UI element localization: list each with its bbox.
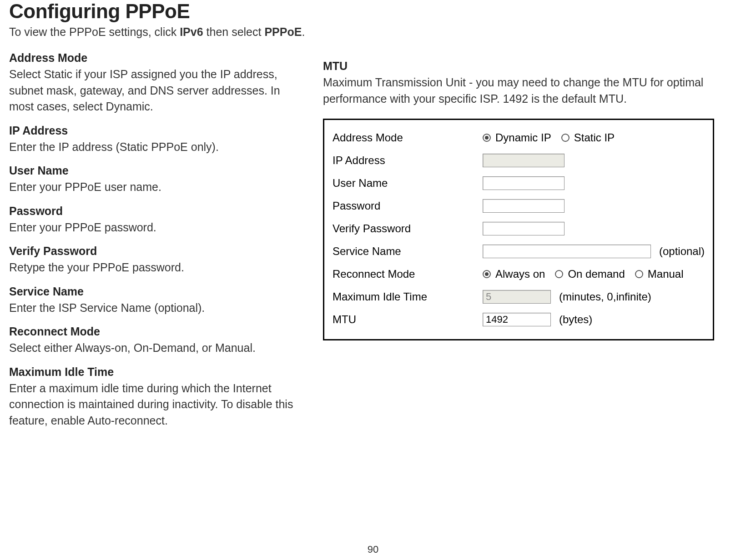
def-verify-password: Verify Password Retype the your PPPoE pa… [9, 245, 296, 276]
radio-static-ip[interactable] [561, 134, 570, 142]
row-user-name: User Name [333, 172, 705, 195]
value-address-mode: Dynamic IP Static IP [483, 131, 621, 144]
def-term: User Name [9, 164, 296, 177]
def-term: Password [9, 205, 296, 218]
page-subtitle: To view the PPPoE settings, click IPv6 t… [9, 25, 737, 39]
def-term: MTU [323, 60, 714, 73]
page-title: Configuring PPPoE [9, 0, 737, 23]
radio-manual[interactable] [635, 270, 643, 278]
def-max-idle-time: Maximum Idle Time Enter a maximum idle t… [9, 365, 296, 429]
def-term: Address Mode [9, 51, 296, 65]
radio-on-demand[interactable] [555, 270, 563, 278]
def-desc: Enter your PPPoE user name. [9, 179, 296, 195]
label-address-mode: Address Mode [333, 131, 483, 144]
def-reconnect-mode: Reconnect Mode Select either Always-on, … [9, 325, 296, 356]
row-ip-address: IP Address [333, 149, 705, 172]
def-desc: Retype the your PPPoE password. [9, 260, 296, 276]
row-mtu: MTU 1492 (bytes) [333, 308, 705, 331]
radio-label-dynamic-ip: Dynamic IP [495, 131, 551, 144]
input-max-idle[interactable]: 5 [483, 290, 551, 304]
radio-label-on-demand: On demand [568, 268, 625, 280]
def-term: Service Name [9, 285, 296, 298]
def-desc: Select Static if your ISP assigned you t… [9, 66, 296, 115]
input-service-name[interactable] [483, 245, 651, 258]
document-page: Configuring PPPoE To view the PPPoE sett… [0, 0, 746, 560]
def-desc: Enter the ISP Service Name (optional). [9, 300, 296, 316]
label-reconnect-mode: Reconnect Mode [333, 268, 483, 280]
page-number: 90 [0, 544, 746, 555]
row-max-idle: Maximum Idle Time 5 (minutes, 0,infinite… [333, 285, 705, 308]
subtitle-pre: To view the PPPoE settings, click [9, 25, 180, 38]
row-service-name: Service Name (optional) [333, 240, 705, 263]
config-panel: Address Mode Dynamic IP Static IP IP Add… [323, 119, 714, 340]
def-password: Password Enter your PPPoE password. [9, 205, 296, 236]
radio-label-manual: Manual [648, 268, 684, 280]
def-term: Verify Password [9, 245, 296, 258]
def-address-mode: Address Mode Select Static if your ISP a… [9, 51, 296, 115]
subtitle-post: . [302, 25, 305, 38]
row-verify-password: Verify Password [333, 217, 705, 240]
label-max-idle: Maximum Idle Time [333, 290, 483, 303]
label-verify-password: Verify Password [333, 222, 483, 235]
definitions-column: Address Mode Select Static if your ISP a… [9, 51, 296, 438]
def-term: Maximum Idle Time [9, 365, 296, 379]
label-ip-address: IP Address [333, 154, 483, 167]
row-reconnect-mode: Reconnect Mode Always on On demand Manua… [333, 263, 705, 285]
value-reconnect-mode: Always on On demand Manual [483, 268, 690, 280]
def-desc: Enter the IP address (Static PPPoE only)… [9, 139, 296, 155]
subtitle-mid: then select [203, 25, 265, 38]
def-desc: Select either Always-on, On-Demand, or M… [9, 340, 296, 356]
def-mtu: MTU Maximum Transmission Unit - you may … [323, 60, 714, 107]
radio-label-static-ip: Static IP [574, 131, 615, 144]
row-password: Password [333, 195, 705, 217]
label-mtu-field: MTU [333, 313, 483, 326]
radio-label-always-on: Always on [495, 268, 545, 280]
input-password[interactable] [483, 199, 565, 213]
hint-max-idle: (minutes, 0,infinite) [559, 290, 651, 303]
subtitle-bold-ipv6: IPv6 [180, 25, 203, 38]
content-columns: Address Mode Select Static if your ISP a… [9, 51, 737, 438]
def-desc: Enter a maximum idle time during which t… [9, 380, 296, 429]
input-ip-address[interactable] [483, 154, 565, 167]
def-ip-address: IP Address Enter the IP address (Static … [9, 124, 296, 155]
label-user-name: User Name [333, 177, 483, 190]
label-service-name: Service Name [333, 245, 483, 258]
subtitle-bold-pppoe: PPPoE [264, 25, 302, 38]
input-verify-password[interactable] [483, 222, 565, 235]
right-column: MTU Maximum Transmission Unit - you may … [323, 51, 714, 340]
def-desc: Enter your PPPoE password. [9, 220, 296, 236]
hint-service-name: (optional) [659, 245, 705, 258]
hint-mtu: (bytes) [559, 313, 592, 326]
row-address-mode: Address Mode Dynamic IP Static IP [333, 126, 705, 149]
input-user-name[interactable] [483, 176, 565, 190]
input-mtu[interactable]: 1492 [483, 313, 551, 326]
def-term: IP Address [9, 124, 296, 137]
label-password: Password [333, 200, 483, 212]
def-service-name: Service Name Enter the ISP Service Name … [9, 285, 296, 316]
def-term: Reconnect Mode [9, 325, 296, 338]
radio-dynamic-ip[interactable] [483, 134, 491, 142]
def-desc: Maximum Transmission Unit - you may need… [323, 75, 714, 107]
radio-always-on[interactable] [483, 270, 491, 278]
def-user-name: User Name Enter your PPPoE user name. [9, 164, 296, 195]
